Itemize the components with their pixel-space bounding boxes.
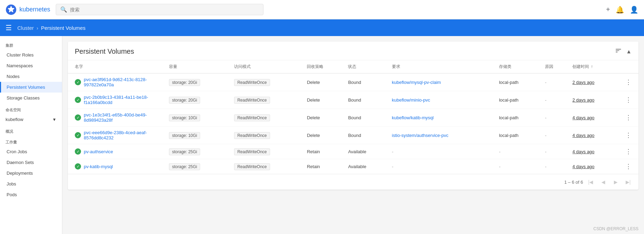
sidebar-label-persistent-volumes: Persistent Volumes <box>7 85 45 90</box>
cell-reason: - <box>541 73 568 91</box>
row-actions-button[interactable]: ⋮ <box>623 147 634 156</box>
pv-name-link[interactable]: pvc-ae3f961d-9d62-413c-8128-997822e0a70a <box>84 77 161 87</box>
cell-storage-class: local-path <box>495 73 541 91</box>
cell-claim: istio-system/authservice-pvc <box>388 127 495 144</box>
table-row: ✓ pv-katib-mysql storage: 25Gi ReadWrite… <box>68 159 638 174</box>
created-time[interactable]: 4 days ago <box>572 115 594 120</box>
cell-created: 4 days ago <box>568 109 618 127</box>
created-time[interactable]: 4 days ago <box>572 149 594 154</box>
next-page-button[interactable]: ▶ <box>611 177 620 187</box>
status-ok-icon: ✓ <box>75 163 81 170</box>
sidebar-item-pods[interactable]: Pods <box>0 189 62 200</box>
access-mode-badge: ReadWriteOnce <box>234 163 270 170</box>
sidebar-item-cron-jobs[interactable]: Cron Jobs <box>0 146 62 157</box>
claim-dash: - <box>392 164 393 169</box>
cell-claim: kubeflow/mysql-pv-claim <box>388 73 495 91</box>
cell-storage-class: local-path <box>495 127 541 144</box>
cell-actions: ⋮ <box>618 144 638 159</box>
table-row: ✓ pv-authservice storage: 25Gi ReadWrite… <box>68 144 638 159</box>
created-time[interactable]: 4 days ago <box>572 133 594 138</box>
pv-name-link[interactable]: pvc-eee66d9e-238b-4ced-aeaf-8576dd8c4232 <box>84 130 161 140</box>
sidebar-section-overview: 概况 <box>0 125 62 136</box>
status-ok-icon: ✓ <box>75 114 81 121</box>
row-actions-button[interactable]: ⋮ <box>623 77 634 87</box>
cell-access-mode: ReadWriteOnce <box>230 159 303 174</box>
prev-page-button[interactable]: ◀ <box>598 177 608 187</box>
cell-reason: - <box>541 127 568 144</box>
pv-name-link[interactable]: pvc-1e3c34f1-e65b-400d-be49-8d989423a28f <box>84 112 161 123</box>
cell-storage-class: local-path <box>495 91 541 109</box>
cell-created: 2 days ago <box>568 73 618 91</box>
sidebar-label-daemon-sets: Daemon Sets <box>7 160 34 165</box>
row-actions-button[interactable]: ⋮ <box>623 95 634 105</box>
panel-header-actions: ▲ <box>615 47 632 56</box>
cell-status: Bound <box>344 91 387 109</box>
search-bar[interactable]: 🔍 <box>56 4 263 15</box>
cell-name: ✓ pvc-1e3c34f1-e65b-400d-be49-8d989423a2… <box>68 109 165 127</box>
claim-link[interactable]: kubeflow/minio-pvc <box>392 97 430 103</box>
row-actions-button[interactable]: ⋮ <box>623 113 634 122</box>
access-mode-badge: ReadWriteOnce <box>234 114 270 121</box>
cell-name: ✓ pv-katib-mysql <box>68 159 165 174</box>
access-mode-badge: ReadWriteOnce <box>234 97 270 104</box>
cell-status: Bound <box>344 127 387 144</box>
col-header-reclaim-policy: 回收策略 <box>303 60 344 73</box>
menu-icon[interactable]: ☰ <box>6 24 12 32</box>
pv-name-link[interactable]: pvc-2b0b9c13-4381-4a11-be18-f1a166a0bcdd <box>84 95 161 105</box>
cell-status: Available <box>344 159 387 174</box>
col-header-created[interactable]: 创建时间 ↑ <box>568 60 618 73</box>
sidebar-item-storage-classes[interactable]: Storage Classes <box>0 93 62 103</box>
collapse-icon[interactable]: ▲ <box>626 49 632 55</box>
row-actions-button[interactable]: ⋮ <box>623 130 634 140</box>
col-header-access-mode: 访问模式 <box>230 60 303 73</box>
last-page-button[interactable]: ▶| <box>623 177 633 187</box>
table-footer: 1 – 6 of 6 |◀ ◀ ▶ ▶| <box>68 174 638 190</box>
sidebar-item-jobs[interactable]: Jobs <box>0 179 62 189</box>
created-time[interactable]: 2 days ago <box>572 80 594 85</box>
cell-capacity: storage: 25Gi <box>165 144 230 159</box>
sidebar-item-cluster-roles[interactable]: Cluster Roles <box>0 50 62 60</box>
sidebar-item-namespaces[interactable]: Namespaces <box>0 60 62 71</box>
filter-icon[interactable] <box>615 47 622 56</box>
table-header-row: 名字 容量 访问模式 回收策略 状态 要求 存储类 原因 创建时间 ↑ <box>68 60 638 73</box>
sidebar-item-daemon-sets[interactable]: Daemon Sets <box>0 157 62 168</box>
cell-name: ✓ pvc-ae3f961d-9d62-413c-8128-997822e0a7… <box>68 73 165 91</box>
cell-reason: - <box>541 109 568 127</box>
first-page-button[interactable]: |◀ <box>586 177 596 187</box>
pv-name-link[interactable]: pv-authservice <box>84 149 113 154</box>
search-icon: 🔍 <box>60 6 67 13</box>
content-area: Persistent Volumes ▲ 名字 容量 访问模式 回收策略 状态 <box>62 36 644 234</box>
kubernetes-logo-icon <box>6 4 17 15</box>
page-title: Persistent Volumes <box>75 47 134 55</box>
pv-name-link[interactable]: pv-katib-mysql <box>84 164 113 169</box>
status-ok-icon: ✓ <box>75 79 81 85</box>
sidebar-label-deployments: Deployments <box>7 171 33 176</box>
cell-claim: - <box>388 159 495 174</box>
access-mode-badge: ReadWriteOnce <box>234 79 270 86</box>
notification-icon[interactable]: 🔔 <box>616 6 624 14</box>
created-time[interactable]: 4 days ago <box>572 164 594 169</box>
user-avatar[interactable]: 👤 <box>630 6 638 14</box>
col-header-name: 名字 <box>68 60 165 73</box>
sidebar-item-persistent-volumes[interactable]: Persistent Volumes <box>0 82 62 93</box>
cell-created: 4 days ago <box>568 159 618 174</box>
add-icon[interactable]: + <box>606 6 610 14</box>
cell-access-mode: ReadWriteOnce <box>230 144 303 159</box>
row-actions-button[interactable]: ⋮ <box>623 162 634 171</box>
cell-capacity: storage: 25Gi <box>165 159 230 174</box>
breadcrumb-cluster[interactable]: Cluster <box>17 25 34 31</box>
claim-link[interactable]: kubeflow/mysql-pv-claim <box>392 80 441 85</box>
sidebar-namespace-selector[interactable]: kubeflow ▼ <box>0 114 62 125</box>
search-input[interactable] <box>70 7 259 12</box>
capacity-badge: storage: 25Gi <box>169 148 200 155</box>
claim-link[interactable]: kubeflow/katib-mysql <box>392 115 434 120</box>
cell-reclaim-policy: Delete <box>303 91 344 109</box>
sidebar-section-namespace: 命名空间 <box>0 103 62 114</box>
sidebar-item-nodes[interactable]: Nodes <box>0 71 62 82</box>
created-time[interactable]: 2 days ago <box>572 97 594 103</box>
persistent-volumes-table: 名字 容量 访问模式 回收策略 状态 要求 存储类 原因 创建时间 ↑ <box>68 60 638 174</box>
sidebar-item-deployments[interactable]: Deployments <box>0 168 62 179</box>
cell-created: 2 days ago <box>568 91 618 109</box>
access-mode-badge: ReadWriteOnce <box>234 148 270 155</box>
claim-link[interactable]: istio-system/authservice-pvc <box>392 133 448 138</box>
